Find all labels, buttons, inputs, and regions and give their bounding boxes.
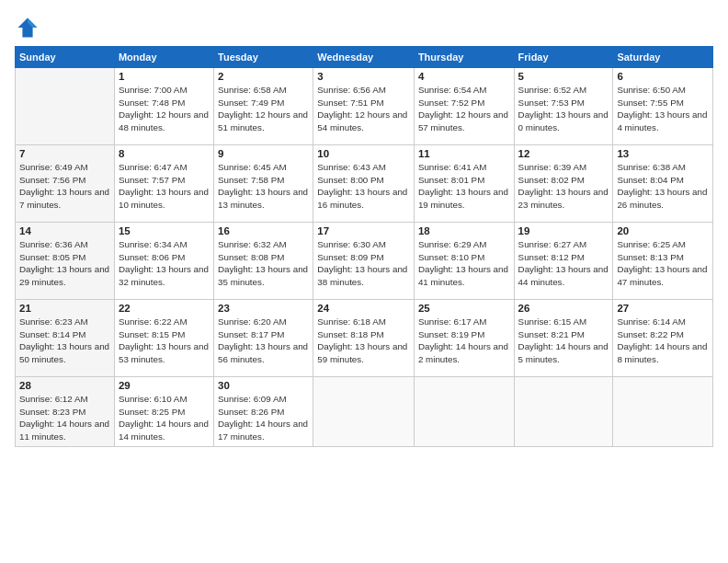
day-info: Sunrise: 6:20 AMSunset: 8:17 PMDaylight:…	[218, 316, 309, 366]
day-number: 26	[518, 303, 609, 314]
calendar-day-cell: 23Sunrise: 6:20 AMSunset: 8:17 PMDayligh…	[214, 300, 313, 377]
day-info: Sunrise: 6:52 AMSunset: 7:53 PMDaylight:…	[518, 84, 609, 134]
day-info: Sunrise: 6:38 AMSunset: 8:04 PMDaylight:…	[617, 161, 709, 212]
day-number: 20	[617, 225, 709, 236]
day-number: 7	[19, 148, 110, 159]
day-info: Sunrise: 6:36 AMSunset: 8:05 PMDaylight:…	[19, 238, 110, 289]
day-info: Sunrise: 6:45 AMSunset: 7:58 PMDaylight:…	[218, 161, 309, 212]
weekday-header: Sunday	[16, 47, 115, 68]
calendar-day-cell: 26Sunrise: 6:15 AMSunset: 8:21 PMDayligh…	[514, 300, 613, 377]
day-number: 19	[518, 225, 609, 236]
weekday-header: Thursday	[414, 47, 514, 68]
day-info: Sunrise: 6:34 AMSunset: 8:06 PMDaylight:…	[119, 238, 210, 289]
day-info: Sunrise: 6:12 AMSunset: 8:23 PMDaylight:…	[19, 393, 110, 443]
calendar-day-cell: 4Sunrise: 6:54 AMSunset: 7:52 PMDaylight…	[414, 68, 514, 145]
calendar-day-cell: 17Sunrise: 6:30 AMSunset: 8:09 PMDayligh…	[313, 223, 415, 300]
calendar-container: SundayMondayTuesdayWednesdayThursdayFrid…	[0, 0, 728, 563]
day-info: Sunrise: 6:10 AMSunset: 8:25 PMDaylight:…	[119, 393, 210, 443]
day-number: 10	[317, 148, 410, 159]
calendar-week-row: 1Sunrise: 7:00 AMSunset: 7:48 PMDaylight…	[16, 68, 713, 145]
day-info: Sunrise: 6:50 AMSunset: 7:55 PMDaylight:…	[617, 84, 709, 134]
calendar-day-cell: 1Sunrise: 7:00 AMSunset: 7:48 PMDaylight…	[114, 68, 213, 145]
day-number: 27	[617, 303, 709, 314]
calendar-day-cell: 19Sunrise: 6:27 AMSunset: 8:12 PMDayligh…	[514, 223, 613, 300]
day-info: Sunrise: 6:43 AMSunset: 8:00 PMDaylight:…	[317, 161, 410, 212]
calendar-day-cell: 5Sunrise: 6:52 AMSunset: 7:53 PMDaylight…	[514, 68, 613, 145]
calendar-day-cell: 28Sunrise: 6:12 AMSunset: 8:23 PMDayligh…	[16, 377, 115, 447]
day-info: Sunrise: 6:29 AMSunset: 8:10 PMDaylight:…	[418, 238, 510, 289]
day-number: 1	[119, 71, 210, 82]
calendar-week-row: 14Sunrise: 6:36 AMSunset: 8:05 PMDayligh…	[16, 223, 713, 300]
calendar-day-cell: 20Sunrise: 6:25 AMSunset: 8:13 PMDayligh…	[613, 223, 713, 300]
day-number: 3	[317, 71, 410, 82]
day-info: Sunrise: 6:27 AMSunset: 8:12 PMDaylight:…	[518, 238, 609, 289]
calendar-day-cell	[613, 377, 713, 447]
calendar-day-cell: 14Sunrise: 6:36 AMSunset: 8:05 PMDayligh…	[16, 223, 115, 300]
day-number: 30	[218, 380, 309, 391]
calendar-day-cell: 10Sunrise: 6:43 AMSunset: 8:00 PMDayligh…	[313, 145, 415, 223]
calendar-day-cell: 21Sunrise: 6:23 AMSunset: 8:14 PMDayligh…	[16, 300, 115, 377]
day-number: 22	[119, 303, 210, 314]
calendar-day-cell	[16, 68, 115, 145]
day-number: 21	[19, 303, 110, 314]
day-info: Sunrise: 6:14 AMSunset: 8:22 PMDaylight:…	[617, 316, 709, 366]
day-info: Sunrise: 7:00 AMSunset: 7:48 PMDaylight:…	[119, 84, 210, 134]
calendar-day-cell: 30Sunrise: 6:09 AMSunset: 8:26 PMDayligh…	[214, 377, 313, 447]
day-number: 4	[418, 71, 510, 82]
day-info: Sunrise: 6:49 AMSunset: 7:56 PMDaylight:…	[19, 161, 110, 212]
day-number: 5	[518, 71, 609, 82]
day-number: 17	[317, 225, 410, 236]
weekday-header: Saturday	[613, 47, 713, 68]
calendar-day-cell: 29Sunrise: 6:10 AMSunset: 8:25 PMDayligh…	[114, 377, 213, 447]
day-info: Sunrise: 6:09 AMSunset: 8:26 PMDaylight:…	[218, 393, 309, 443]
calendar-day-cell: 6Sunrise: 6:50 AMSunset: 7:55 PMDaylight…	[613, 68, 713, 145]
calendar-day-cell: 12Sunrise: 6:39 AMSunset: 8:02 PMDayligh…	[514, 145, 613, 223]
calendar-day-cell: 13Sunrise: 6:38 AMSunset: 8:04 PMDayligh…	[613, 145, 713, 223]
day-info: Sunrise: 6:22 AMSunset: 8:15 PMDaylight:…	[119, 316, 210, 366]
calendar-day-cell: 16Sunrise: 6:32 AMSunset: 8:08 PMDayligh…	[214, 223, 313, 300]
calendar-table: SundayMondayTuesdayWednesdayThursdayFrid…	[15, 46, 713, 447]
day-info: Sunrise: 6:18 AMSunset: 8:18 PMDaylight:…	[317, 316, 410, 366]
calendar-day-cell: 2Sunrise: 6:58 AMSunset: 7:49 PMDaylight…	[214, 68, 313, 145]
header	[15, 15, 713, 40]
day-number: 29	[119, 380, 210, 391]
calendar-day-cell: 11Sunrise: 6:41 AMSunset: 8:01 PMDayligh…	[414, 145, 514, 223]
day-number: 13	[617, 148, 709, 159]
day-number: 28	[19, 380, 110, 391]
day-number: 15	[119, 225, 210, 236]
day-number: 18	[418, 225, 510, 236]
calendar-week-row: 7Sunrise: 6:49 AMSunset: 7:56 PMDaylight…	[16, 145, 713, 223]
day-info: Sunrise: 6:30 AMSunset: 8:09 PMDaylight:…	[317, 238, 410, 289]
calendar-day-cell: 27Sunrise: 6:14 AMSunset: 8:22 PMDayligh…	[613, 300, 713, 377]
day-number: 14	[19, 225, 110, 236]
day-number: 9	[218, 148, 309, 159]
day-number: 11	[418, 148, 510, 159]
day-info: Sunrise: 6:32 AMSunset: 8:08 PMDaylight:…	[218, 238, 309, 289]
day-number: 12	[518, 148, 609, 159]
calendar-week-row: 28Sunrise: 6:12 AMSunset: 8:23 PMDayligh…	[16, 377, 713, 447]
calendar-header: SundayMondayTuesdayWednesdayThursdayFrid…	[16, 47, 713, 68]
day-info: Sunrise: 6:56 AMSunset: 7:51 PMDaylight:…	[317, 84, 410, 134]
day-info: Sunrise: 6:25 AMSunset: 8:13 PMDaylight:…	[617, 238, 709, 289]
calendar-day-cell: 22Sunrise: 6:22 AMSunset: 8:15 PMDayligh…	[114, 300, 213, 377]
day-info: Sunrise: 6:17 AMSunset: 8:19 PMDaylight:…	[418, 316, 510, 366]
day-info: Sunrise: 6:47 AMSunset: 7:57 PMDaylight:…	[119, 161, 210, 212]
day-number: 24	[317, 303, 410, 314]
day-number: 2	[218, 71, 309, 82]
weekday-header: Friday	[514, 47, 613, 68]
weekday-header: Wednesday	[313, 47, 415, 68]
calendar-day-cell: 18Sunrise: 6:29 AMSunset: 8:10 PMDayligh…	[414, 223, 514, 300]
calendar-body: 1Sunrise: 7:00 AMSunset: 7:48 PMDaylight…	[16, 68, 713, 447]
day-info: Sunrise: 6:54 AMSunset: 7:52 PMDaylight:…	[418, 84, 510, 134]
day-number: 23	[218, 303, 309, 314]
calendar-day-cell	[414, 377, 514, 447]
weekday-row: SundayMondayTuesdayWednesdayThursdayFrid…	[16, 47, 713, 68]
day-info: Sunrise: 6:23 AMSunset: 8:14 PMDaylight:…	[19, 316, 110, 366]
logo-icon	[15, 15, 40, 40]
day-number: 16	[218, 225, 309, 236]
day-info: Sunrise: 6:41 AMSunset: 8:01 PMDaylight:…	[418, 161, 510, 212]
calendar-day-cell: 3Sunrise: 6:56 AMSunset: 7:51 PMDaylight…	[313, 68, 415, 145]
calendar-day-cell: 7Sunrise: 6:49 AMSunset: 7:56 PMDaylight…	[16, 145, 115, 223]
calendar-day-cell: 9Sunrise: 6:45 AMSunset: 7:58 PMDaylight…	[214, 145, 313, 223]
weekday-header: Tuesday	[214, 47, 313, 68]
